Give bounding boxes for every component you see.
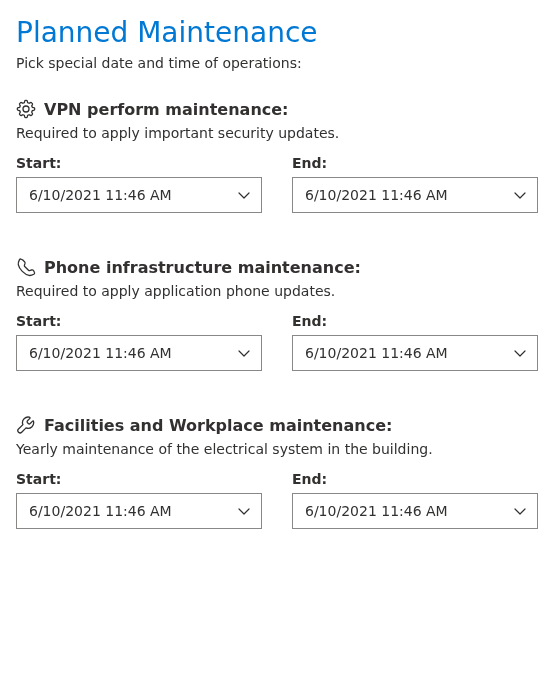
section-phone-desc: Required to apply application phone upda… xyxy=(16,283,538,299)
vpn-start-label: Start: xyxy=(16,155,262,171)
phone-start-picker[interactable]: 6/10/2021 11:46 AM xyxy=(16,335,262,371)
vpn-start-value: 6/10/2021 11:46 AM xyxy=(29,187,172,203)
phone-icon xyxy=(16,257,36,277)
section-phone: Phone infrastructure maintenance: Requir… xyxy=(16,257,538,371)
phone-end-label: End: xyxy=(292,313,538,329)
section-facilities-title: Facilities and Workplace maintenance: xyxy=(44,416,392,435)
vpn-end-picker[interactable]: 6/10/2021 11:46 AM xyxy=(292,177,538,213)
gear-icon xyxy=(16,99,36,119)
section-phone-title: Phone infrastructure maintenance: xyxy=(44,258,361,277)
facilities-end-label: End: xyxy=(292,471,538,487)
facilities-end-value: 6/10/2021 11:46 AM xyxy=(305,503,448,519)
section-facilities-desc: Yearly maintenance of the electrical sys… xyxy=(16,441,538,457)
section-vpn-title: VPN perform maintenance: xyxy=(44,100,289,119)
phone-start-label: Start: xyxy=(16,313,262,329)
chevron-down-icon xyxy=(513,188,527,202)
chevron-down-icon xyxy=(237,504,251,518)
phone-start-value: 6/10/2021 11:46 AM xyxy=(29,345,172,361)
chevron-down-icon xyxy=(513,504,527,518)
section-vpn-desc: Required to apply important security upd… xyxy=(16,125,538,141)
facilities-end-picker[interactable]: 6/10/2021 11:46 AM xyxy=(292,493,538,529)
vpn-end-label: End: xyxy=(292,155,538,171)
facilities-start-picker[interactable]: 6/10/2021 11:46 AM xyxy=(16,493,262,529)
chevron-down-icon xyxy=(513,346,527,360)
section-vpn: VPN perform maintenance: Required to app… xyxy=(16,99,538,213)
page-title: Planned Maintenance xyxy=(16,16,538,49)
chevron-down-icon xyxy=(237,188,251,202)
phone-end-picker[interactable]: 6/10/2021 11:46 AM xyxy=(292,335,538,371)
chevron-down-icon xyxy=(237,346,251,360)
section-facilities: Facilities and Workplace maintenance: Ye… xyxy=(16,415,538,529)
wrench-icon xyxy=(16,415,36,435)
vpn-start-picker[interactable]: 6/10/2021 11:46 AM xyxy=(16,177,262,213)
phone-end-value: 6/10/2021 11:46 AM xyxy=(305,345,448,361)
vpn-end-value: 6/10/2021 11:46 AM xyxy=(305,187,448,203)
facilities-start-value: 6/10/2021 11:46 AM xyxy=(29,503,172,519)
facilities-start-label: Start: xyxy=(16,471,262,487)
page-subtitle: Pick special date and time of operations… xyxy=(16,55,538,71)
